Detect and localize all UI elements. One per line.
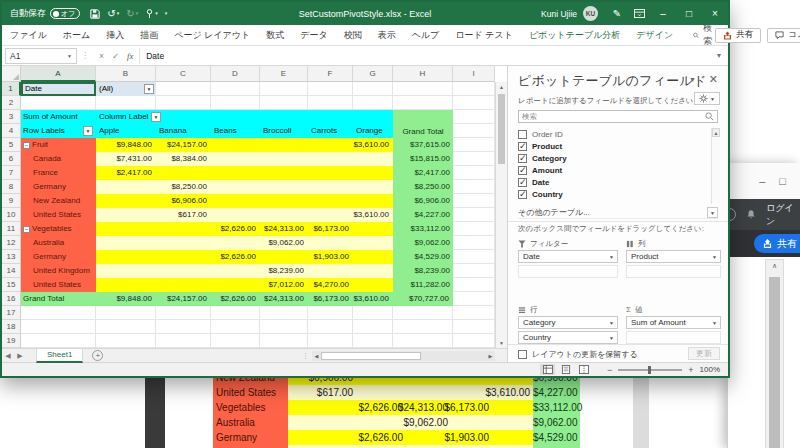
pivot-cell-value[interactable]: $7,012.00 xyxy=(260,278,304,292)
save-button[interactable] xyxy=(90,9,100,19)
pivot-row-total[interactable]: $2,417.00 xyxy=(393,166,453,180)
select-all-corner[interactable] xyxy=(2,66,21,82)
pivot-cell-value[interactable]: $6,173.00 xyxy=(308,222,349,236)
scrollbar-thumb[interactable] xyxy=(498,94,505,164)
pen-button[interactable]: ▾ xyxy=(145,9,158,19)
formula-input[interactable]: Date xyxy=(140,51,710,61)
update-button[interactable]: 更新 xyxy=(688,347,720,360)
scroll-up-icon[interactable]: ∧ xyxy=(766,260,783,272)
formula-bar-expand-icon[interactable]: ▼ xyxy=(710,52,728,59)
pivot-row-label[interactable]: United States xyxy=(21,278,96,292)
background-scrollbar[interactable] xyxy=(633,378,649,448)
row-header-1[interactable]: 1 xyxy=(2,82,21,96)
scroll-left-icon[interactable]: ◀ xyxy=(312,353,321,359)
pivot-value-band[interactable]: $2,626.00$1,903.00 xyxy=(96,250,393,264)
ribbon-tab[interactable]: 数式 xyxy=(258,25,292,45)
add-sheet-button[interactable]: + xyxy=(92,350,103,361)
avatar[interactable]: KU xyxy=(583,6,598,21)
chevron-down-icon[interactable]: ▼ xyxy=(609,254,614,260)
namebox-dropdown-icon[interactable]: ▼ xyxy=(67,53,72,59)
cell-grid[interactable]: Date(All)▼Sum of AmountColumn Label▼Row … xyxy=(21,82,495,348)
area-field-pill[interactable]: Country▼ xyxy=(518,331,618,344)
row-header-10[interactable]: 10 xyxy=(2,208,21,222)
field-list-scrollbar[interactable]: ▲ xyxy=(711,128,720,204)
minimize-icon[interactable]: – xyxy=(759,175,765,187)
grand-total-cell-value[interactable]: $24,313.00 xyxy=(260,292,304,306)
row-header-8[interactable]: 8 xyxy=(2,180,21,194)
redo-button[interactable]: ↻▾ xyxy=(126,9,138,19)
pivot-value-band[interactable]: $617.00$3,610.00 xyxy=(96,208,393,222)
empty-drop-slot[interactable] xyxy=(518,265,618,278)
chevron-down-icon[interactable]: ▼ xyxy=(712,320,717,326)
field-item[interactable]: Category xyxy=(518,152,718,164)
pivot-row-total[interactable]: $37,615.00 xyxy=(393,138,453,152)
ribbon-tab[interactable]: 描画 xyxy=(132,25,166,45)
share-button[interactable]: 共有 xyxy=(754,234,800,253)
undo-button[interactable]: ↺▾ xyxy=(107,9,119,19)
pivot-value-band[interactable]: $2,626.00$24,313.00$6,173.00 xyxy=(96,222,393,236)
grand-total-row[interactable]: Grand Total$9,848.00$24,157.00$2,626.00$… xyxy=(21,292,453,306)
row-header-13[interactable]: 13 xyxy=(2,250,21,264)
tools-button[interactable]: ▼ xyxy=(694,92,720,105)
next-sheet-icon[interactable]: ▶ xyxy=(14,352,26,360)
field-checkbox[interactable] xyxy=(518,166,527,175)
ribbon-tab[interactable]: ピボットテーブル分析 xyxy=(521,25,628,45)
column-header-C[interactable]: C xyxy=(156,66,211,82)
normal-view-icon[interactable] xyxy=(540,364,555,375)
row-header-16[interactable]: 16 xyxy=(2,292,21,306)
scroll-up-icon[interactable]: ▲ xyxy=(712,128,720,137)
pivot-cell-value[interactable]: $8,384.00 xyxy=(156,152,207,166)
sheet-tab[interactable]: Sheet1 xyxy=(36,349,83,363)
pivot-value-band[interactable]: $2,417.00 xyxy=(96,166,393,180)
login-label[interactable]: ログイン xyxy=(766,202,800,228)
pivot-cell-value[interactable]: $9,062.00 xyxy=(260,236,304,250)
comments-button[interactable]: コメント xyxy=(767,28,800,43)
column-header-H[interactable]: H xyxy=(393,66,453,82)
row-header-14[interactable]: 14 xyxy=(2,264,21,278)
pivot-row-label[interactable]: Germany xyxy=(21,180,96,194)
field-search-input[interactable]: 検索 xyxy=(518,110,718,123)
zoom-in-icon[interactable]: + xyxy=(688,365,693,375)
ribbon-tab[interactable]: ページ レイアウト xyxy=(166,25,258,45)
area-field-pill[interactable]: Category▼ xyxy=(518,316,618,329)
chevron-down-icon[interactable]: ▼ xyxy=(609,320,614,326)
chevron-down-icon[interactable]: ▼ xyxy=(712,254,717,260)
row-header-19[interactable]: 19 xyxy=(2,334,21,348)
collapse-icon[interactable]: − xyxy=(23,226,30,233)
filter-dropdown-icon[interactable]: ▼ xyxy=(144,84,154,94)
row-header-6[interactable]: 6 xyxy=(2,152,21,166)
ribbon-tab[interactable]: 挿入 xyxy=(98,25,132,45)
field-checkbox[interactable] xyxy=(518,142,527,151)
row-header-4[interactable]: 4 xyxy=(2,124,21,138)
pivot-cell-value[interactable]: $24,157.00 xyxy=(156,138,207,152)
scroll-down-icon[interactable]: ▼ xyxy=(496,338,507,348)
scroll-up-icon[interactable]: ▲ xyxy=(496,82,507,92)
pane-options-icon[interactable]: ▼ xyxy=(689,76,696,83)
vertical-scrollbar[interactable]: ▲ ▼ xyxy=(495,82,507,348)
pivot-row-total[interactable]: $8,239.00 xyxy=(393,264,453,278)
maximize-icon[interactable]: □ xyxy=(779,175,786,187)
row-header-18[interactable]: 18 xyxy=(2,320,21,334)
pivot-cell-value[interactable]: $3,610.00 xyxy=(353,208,389,222)
ribbon-tab[interactable]: デザイン xyxy=(628,25,681,45)
area-field-pill[interactable]: Product▼ xyxy=(626,250,721,263)
scroll-right-icon[interactable]: ▶ xyxy=(486,353,495,359)
pivot-row-label[interactable]: Canada xyxy=(21,152,96,166)
pivot-value-band[interactable]: $7,431.00$8,384.00 xyxy=(96,152,393,166)
pivot-cell-value[interactable]: $2,626.00 xyxy=(211,250,256,264)
cancel-entry-icon[interactable]: × xyxy=(99,51,104,61)
pivot-cell-value[interactable]: $1,903.00 xyxy=(308,250,349,264)
page-break-view-icon[interactable] xyxy=(576,364,591,375)
grand-total-cell-value[interactable]: $2,626.00 xyxy=(211,292,256,306)
column-header-I[interactable]: I xyxy=(453,66,495,82)
page-layout-view-icon[interactable] xyxy=(558,364,573,375)
ribbon-tab[interactable]: ホーム xyxy=(55,25,98,45)
bell-icon[interactable] xyxy=(746,209,756,220)
field-item[interactable]: Product xyxy=(518,140,718,152)
pivot-cell-value[interactable]: $2,626.00 xyxy=(211,222,256,236)
zoom-level[interactable]: 100% xyxy=(700,365,720,374)
insert-function-icon[interactable]: fx xyxy=(127,51,133,61)
ribbon-tab[interactable]: 校閲 xyxy=(336,25,370,45)
pivot-cell-value[interactable]: $7,431.00 xyxy=(96,152,152,166)
pivot-cell-value[interactable]: $9,848.00 xyxy=(96,138,152,152)
